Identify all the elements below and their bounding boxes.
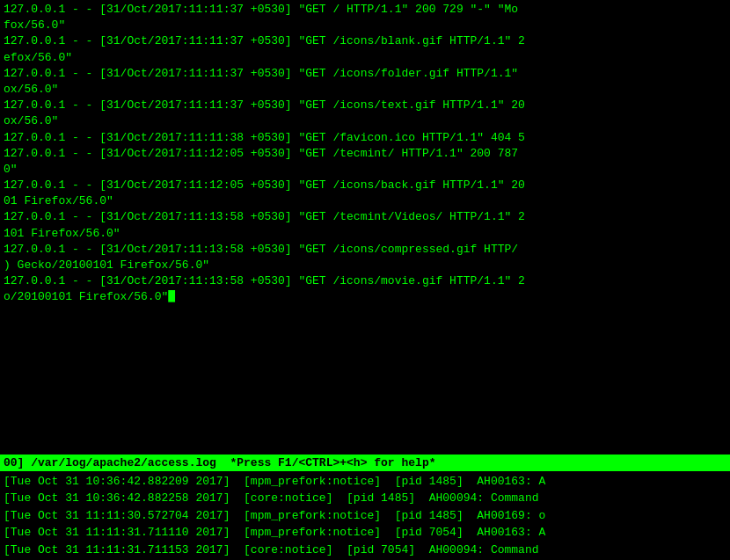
log-line: 101 Firefox/56.0" (4, 226, 726, 242)
log-line: ) Gecko/20100101 Firefox/56.0" (4, 258, 726, 273)
bottom-log-area: [Tue Oct 31 10:36:42.882209 2017] [mpm_p… (0, 471, 730, 561)
bottom-log-line: [Tue Oct 31 10:36:42.882258 2017] [core:… (4, 490, 726, 507)
log-line: 127.0.0.1 - - [31/Oct/2017:11:12:05 +053… (4, 178, 726, 193)
log-line: 127.0.0.1 - - [31/Oct/2017:11:11:37 +053… (4, 66, 726, 82)
log-line: 127.0.0.1 - - [31/Oct/2017:11:12:05 +053… (4, 146, 726, 162)
log-line: 0" (4, 162, 726, 178)
log-line: fox/56.0" (4, 18, 726, 33)
bottom-log-line: [Tue Oct 31 11:11:31.711110 2017] [mpm_p… (4, 524, 726, 542)
log-line: o/20100101 Firefox/56.0"█ (4, 289, 726, 305)
log-line: 127.0.0.1 - - [31/Oct/2017:11:11:37 +053… (4, 98, 726, 113)
terminal-container: 127.0.0.1 - - [31/Oct/2017:11:11:37 +053… (0, 0, 730, 560)
bottom-log-line: [Tue Oct 31 11:11:31.711153 2017] [core:… (4, 542, 726, 559)
log-line: 127.0.0.1 - - [31/Oct/2017:11:13:58 +053… (4, 242, 726, 258)
bottom-log-line: [Tue Oct 31 11:11:30.572704 2017] [mpm_p… (4, 507, 726, 525)
log-line: 127.0.0.1 - - [31/Oct/2017:11:11:37 +053… (4, 33, 726, 49)
bottom-log-line: [Tue Oct 31 10:36:42.882209 2017] [mpm_p… (4, 473, 726, 491)
log-line: 127.0.0.1 - - [31/Oct/2017:11:11:37 +053… (4, 2, 726, 18)
empty-area (0, 340, 730, 455)
log-line: 127.0.0.1 - - [31/Oct/2017:11:11:38 +053… (4, 130, 726, 146)
log-line: 01 Firefox/56.0" (4, 193, 726, 209)
log-line: 127.0.0.1 - - [31/Oct/2017:11:13:58 +053… (4, 273, 726, 289)
status-bar: 00] /var/log/apache2/access.log *Press F… (0, 455, 730, 471)
log-line: ox/56.0" (4, 82, 726, 98)
terminal-main-log: 127.0.0.1 - - [31/Oct/2017:11:11:37 +053… (0, 0, 730, 340)
log-line: 127.0.0.1 - - [31/Oct/2017:11:13:58 +053… (4, 209, 726, 225)
log-line: ox/56.0" (4, 113, 726, 129)
log-line: efox/56.0" (4, 50, 726, 66)
